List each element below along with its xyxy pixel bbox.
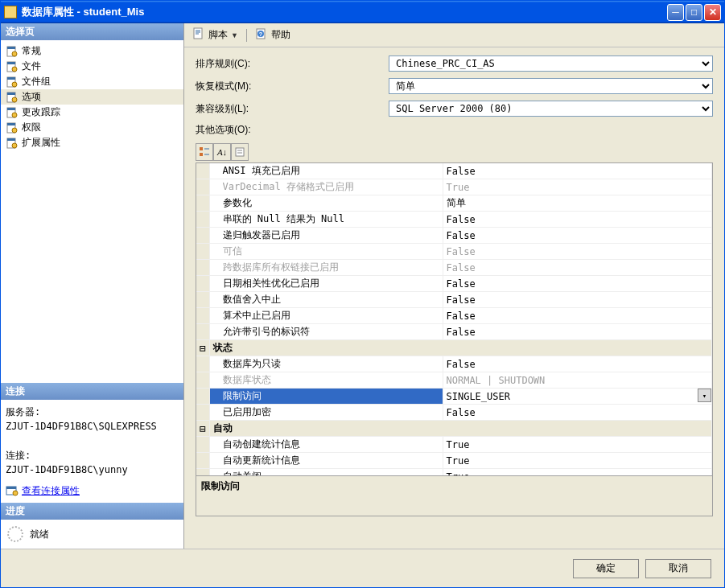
property-row[interactable]: 数据库为只读False [196, 356, 712, 372]
database-icon [4, 6, 17, 19]
nav-item[interactable]: 选项 [1, 89, 183, 105]
property-value[interactable]: True [443, 469, 712, 477]
property-grid[interactable]: ANSI 填充已启用FalseVarDecimal 存储格式已启用True参数化… [196, 162, 713, 476]
nav-item[interactable]: 扩展属性 [1, 135, 183, 150]
nav-item-label: 常规 [22, 44, 41, 58]
property-name: 日期相关性优化已启用 [209, 276, 443, 292]
property-row[interactable]: 自动更新统计信息True [196, 453, 712, 469]
property-row[interactable]: 算术中止已启用False [196, 308, 712, 324]
svg-point-14 [12, 113, 17, 117]
chevron-down-icon: ▼ [231, 31, 238, 39]
grid-extra-button[interactable] [231, 143, 249, 161]
property-name: VarDecimal 存储格式已启用 [209, 179, 443, 195]
compat-select[interactable]: SQL Server 2000 (80) [389, 101, 713, 117]
titlebar: 数据库属性 - student_Mis ─ □ ✕ [1, 1, 724, 23]
svg-rect-19 [7, 138, 15, 141]
compat-label: 兼容级别(L): [196, 102, 389, 116]
property-value[interactable]: False [443, 356, 712, 372]
svg-rect-1 [7, 47, 15, 49]
property-value[interactable]: False [443, 244, 712, 260]
script-button[interactable]: 脚本 ▼ [192, 27, 238, 43]
category-row[interactable]: ⊟自动 [196, 421, 712, 437]
nav-item[interactable]: 权限 [1, 120, 183, 135]
property-value[interactable]: False [443, 324, 712, 340]
categorized-button[interactable] [196, 143, 213, 161]
property-row[interactable]: VarDecimal 存储格式已启用True [196, 179, 712, 195]
svg-rect-28 [200, 147, 203, 150]
cancel-button[interactable]: 取消 [645, 559, 711, 578]
svg-rect-32 [236, 148, 244, 156]
property-row[interactable]: 数值舍入中止False [196, 292, 712, 308]
property-name: 自动关闭 [209, 469, 443, 477]
property-name: 参数化 [209, 195, 443, 212]
property-name: ANSI 填充已启用 [209, 163, 443, 179]
connection-header: 连接 [1, 383, 183, 400]
nav-item-label: 文件组 [22, 75, 51, 88]
connection-label: 连接: [6, 448, 179, 463]
property-row[interactable]: 递归触发器已启用False [196, 228, 712, 244]
window-title: 数据库属性 - student_Mis [22, 5, 667, 19]
progress-header: 进度 [1, 503, 183, 520]
view-connection-properties-link[interactable]: 查看连接属性 [22, 483, 80, 498]
property-row[interactable]: 数据库状态NORMAL | SHUTDOWN [196, 372, 712, 389]
property-row[interactable]: ANSI 填充已启用False [196, 163, 712, 179]
left-pane: 选择页 常规文件文件组选项更改跟踪权限扩展属性 连接 服务器: ZJUT-1D4… [1, 23, 184, 549]
property-value[interactable]: False [443, 260, 712, 276]
svg-text:?: ? [259, 31, 262, 37]
help-button[interactable]: ? 帮助 [255, 27, 290, 43]
property-value[interactable]: True [443, 437, 712, 453]
help-icon: ? [255, 27, 268, 43]
property-row[interactable]: 参数化简单 [196, 195, 712, 212]
property-row[interactable]: 日期相关性优化已启用False [196, 276, 712, 292]
property-value[interactable]: True [443, 179, 712, 195]
property-value[interactable]: False [443, 212, 712, 228]
category-row[interactable]: ⊟状态 [196, 340, 712, 356]
property-name: 跨数据库所有权链接已启用 [209, 260, 443, 276]
property-value[interactable]: False [443, 405, 712, 421]
maximize-button[interactable]: □ [686, 4, 702, 21]
property-value[interactable]: False [443, 276, 712, 292]
collapse-icon[interactable]: ⊟ [196, 340, 209, 356]
nav-item[interactable]: 文件 [1, 59, 183, 74]
property-row[interactable]: 自动关闭True [196, 469, 712, 477]
property-row[interactable]: 已启用加密False [196, 405, 712, 421]
window: 数据库属性 - student_Mis ─ □ ✕ 选择页 常规文件文件组选项更… [0, 0, 725, 588]
server-label: 服务器: [6, 405, 179, 419]
description-box: 限制访问 [196, 476, 713, 516]
minimize-button[interactable]: ─ [667, 4, 684, 21]
nav-item[interactable]: 更改跟踪 [1, 105, 183, 120]
recovery-select[interactable]: 简单 [389, 78, 713, 94]
property-row[interactable]: 自动创建统计信息True [196, 437, 712, 453]
property-value[interactable]: False [443, 292, 712, 308]
collation-select[interactable]: Chinese_PRC_CI_AS [389, 56, 713, 72]
nav-item-label: 扩展属性 [22, 136, 60, 150]
property-value[interactable]: 简单 [443, 195, 712, 212]
property-row[interactable]: 串联的 Null 结果为 NullFalse [196, 212, 712, 228]
collapse-icon[interactable]: ⊟ [196, 421, 209, 437]
ok-button[interactable]: 确定 [573, 559, 639, 578]
svg-point-17 [12, 128, 17, 133]
property-value[interactable]: False [443, 308, 712, 324]
svg-point-2 [12, 51, 17, 56]
property-value[interactable]: False [443, 228, 712, 244]
property-row[interactable]: 允许带引号的标识符False [196, 324, 712, 340]
property-name: 自动更新统计信息 [209, 453, 443, 469]
property-value[interactable]: NORMAL | SHUTDOWN [443, 372, 712, 389]
property-name: 可信 [209, 244, 443, 260]
nav-item[interactable]: 常规 [1, 43, 183, 59]
server-value: ZJUT-1D4DF91B8C\SQLEXPRESS [6, 419, 179, 434]
property-value[interactable]: True [443, 453, 712, 469]
progress-spinner-icon [7, 526, 23, 542]
collation-label: 排序规则(C): [196, 57, 389, 71]
recovery-label: 恢复模式(M): [196, 80, 389, 93]
property-row[interactable]: 可信False [196, 244, 712, 260]
property-value[interactable]: False [443, 163, 712, 179]
property-row[interactable]: 跨数据库所有权链接已启用False [196, 260, 712, 276]
property-name: 已启用加密 [209, 405, 443, 421]
property-row[interactable]: 限制访问SINGLE_USER▾ [196, 389, 712, 405]
nav-item[interactable]: 文件组 [1, 74, 183, 89]
close-button[interactable]: ✕ [704, 4, 721, 21]
chevron-down-icon[interactable]: ▾ [698, 389, 711, 402]
alphabetical-button[interactable]: A↓ [213, 143, 231, 161]
property-value[interactable]: SINGLE_USER▾ [443, 389, 712, 405]
